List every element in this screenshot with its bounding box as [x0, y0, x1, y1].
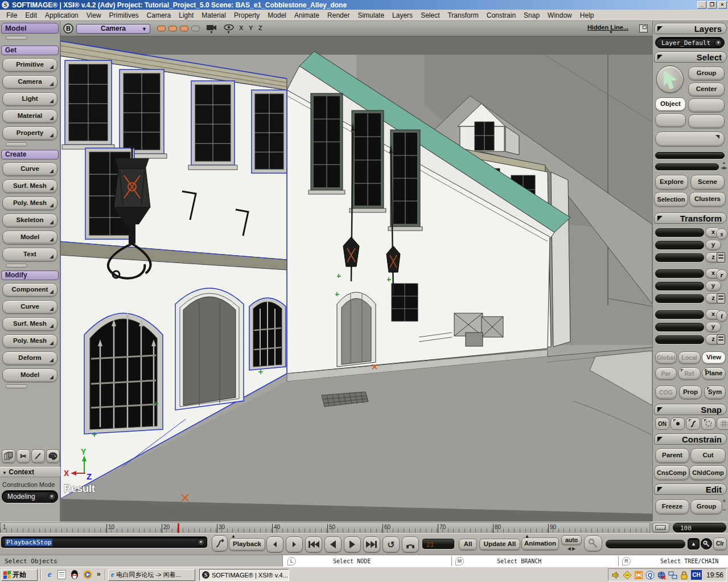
ref-ref-button[interactable]: Ref — [678, 367, 701, 380]
translate-lock-icon[interactable] — [717, 334, 725, 345]
context-header[interactable]: ▼ Context — [0, 467, 60, 477]
memo-cam-2[interactable] — [168, 26, 177, 31]
close-button[interactable]: × — [718, 1, 727, 9]
collapsed-strip[interactable] — [6, 384, 27, 388]
translate-z-slider[interactable] — [655, 335, 704, 344]
rotate-lock-icon[interactable] — [717, 293, 725, 304]
ref-plane-button[interactable]: Plane — [702, 367, 726, 380]
snap-on-button[interactable]: ON — [655, 417, 669, 430]
scale-mode-button[interactable]: s — [716, 228, 727, 240]
spin-up-button[interactable]: ▲ — [688, 538, 700, 550]
step-forward-button[interactable] — [286, 536, 303, 552]
offline-globe-icon[interactable] — [657, 571, 666, 580]
menu-application[interactable]: Application — [41, 11, 83, 20]
menu-edit[interactable]: Edit — [21, 11, 41, 20]
sym-button[interactable]: Sym — [704, 386, 726, 399]
modify-deform-button[interactable]: Deform — [2, 351, 57, 365]
collapsed-strip[interactable] — [6, 264, 27, 268]
all-button[interactable]: All — [459, 539, 477, 550]
auto-key-arrows[interactable]: ◀ ▶ — [562, 546, 581, 551]
rotate-z-slider[interactable] — [655, 294, 704, 303]
scale-x-slider[interactable] — [655, 228, 704, 237]
loop-button[interactable]: ↺ — [382, 536, 400, 552]
explore-button[interactable]: Explore — [655, 175, 688, 190]
menu-property[interactable]: Property — [230, 11, 264, 20]
tray-clock[interactable]: 19:56 — [706, 571, 723, 579]
dropdown-arrow-icon[interactable]: ▼ — [714, 39, 722, 47]
translate-mode-button[interactable]: t — [716, 310, 727, 322]
constrain-parent-button[interactable]: Parent — [655, 448, 689, 463]
space-local-button[interactable]: Local — [678, 351, 701, 364]
get-light-button[interactable]: Light — [2, 92, 57, 106]
axis-z-button[interactable]: Z — [258, 24, 262, 31]
scale-lock-icon[interactable] — [717, 252, 725, 263]
modify-model-button[interactable]: Model — [2, 368, 57, 382]
title-bar[interactable]: S SOFTIMAGE® | XSI® v.4.2 (Adv) Project:… — [0, 0, 728, 10]
get-primitive-button[interactable]: Primitive — [2, 58, 57, 72]
cut-tool-button[interactable]: ✂ — [17, 449, 30, 463]
snap-grid-button[interactable] — [717, 417, 728, 430]
axis-y-button[interactable]: Y — [249, 24, 253, 31]
edit-minus-button[interactable]: − — [722, 506, 726, 513]
constrain-cnscomp-button[interactable]: CnsComp — [654, 465, 689, 480]
constrain-header[interactable]: Constrain — [654, 433, 727, 445]
auto-key-button[interactable]: auto — [561, 535, 582, 545]
memo-cam-4[interactable] — [191, 26, 200, 31]
select-blank-1[interactable] — [688, 99, 725, 112]
module-selector[interactable]: Model — [1, 23, 59, 34]
create-skeleton-button[interactable]: Skeleton — [2, 214, 57, 227]
quicklaunch-overflow-chevron[interactable]: » — [97, 570, 101, 578]
update-all-button[interactable]: Update All — [479, 539, 520, 550]
quicklaunch-qq-icon[interactable] — [69, 569, 80, 580]
snap-curve-button[interactable] — [686, 417, 700, 430]
audio-button[interactable] — [402, 536, 419, 552]
get-material-button[interactable]: Material — [2, 109, 57, 123]
modify-surf-mesh-button[interactable]: Surf. Mesh — [2, 317, 57, 331]
select-blank-2[interactable] — [655, 113, 686, 127]
ruler-options-button[interactable] — [652, 523, 669, 532]
edit-group-button[interactable]: Group — [690, 499, 722, 514]
timeline-ruler[interactable]: 1 10 20 30 40 50 60 70 80 90 — [0, 522, 650, 534]
scene-button[interactable]: Scene — [690, 175, 725, 190]
memo-cam-1[interactable] — [157, 26, 166, 31]
select-tool-button[interactable] — [656, 65, 684, 93]
translate-x-slider[interactable] — [655, 310, 704, 319]
update-curve-button[interactable] — [212, 535, 228, 551]
layers-header[interactable]: Layers — [654, 23, 727, 34]
q-app-icon[interactable]: Q — [645, 571, 655, 580]
select-center-button[interactable]: Center — [688, 83, 725, 96]
quicklaunch-notes-icon[interactable] — [57, 570, 66, 579]
palette-tool-button[interactable] — [46, 449, 60, 463]
slider-spinner[interactable]: ▲◀▶ — [720, 160, 728, 173]
paint-tool-button[interactable] — [31, 449, 45, 463]
radio-signal-icon[interactable] — [634, 571, 643, 580]
ime-pen-icon[interactable] — [623, 571, 632, 580]
section-header-create[interactable]: Create — [1, 150, 59, 159]
menu-help[interactable]: Help — [576, 11, 598, 20]
menu-animate[interactable]: Animate — [290, 11, 323, 20]
rotate-y-label[interactable]: y — [705, 281, 721, 291]
select-slider-1[interactable] — [655, 152, 725, 159]
minimize-button[interactable]: _ — [697, 1, 706, 9]
select-blank-3[interactable] — [688, 114, 725, 128]
axis-x-button[interactable]: X — [239, 24, 243, 31]
modify-curve-button[interactable]: Curve — [2, 300, 57, 314]
get-camera-button[interactable]: Camera — [2, 75, 57, 89]
menu-transform[interactable]: Transform — [443, 11, 482, 20]
create-curve-button[interactable]: Curve — [2, 162, 57, 176]
viewport-canvas[interactable]: Y X Z Result — [60, 36, 652, 522]
scale-y-label[interactable]: y — [705, 240, 721, 250]
memo-cam-3[interactable] — [180, 26, 188, 31]
restore-button[interactable]: ❐ — [708, 1, 717, 9]
scale-y-slider[interactable] — [655, 241, 704, 249]
menu-file[interactable]: File — [2, 11, 21, 20]
edit-header[interactable]: Edit — [654, 483, 727, 495]
cog-button[interactable]: COG — [655, 386, 677, 399]
duplicate-tool-button[interactable] — [2, 449, 15, 463]
select-filter-bar[interactable] — [655, 132, 725, 146]
modify-component-button[interactable]: Component — [2, 283, 57, 297]
space-view-button[interactable]: View — [702, 351, 726, 364]
menu-render[interactable]: Render — [323, 11, 353, 20]
play-backward-button[interactable] — [324, 536, 342, 552]
rotate-mode-button[interactable]: r — [716, 269, 727, 281]
